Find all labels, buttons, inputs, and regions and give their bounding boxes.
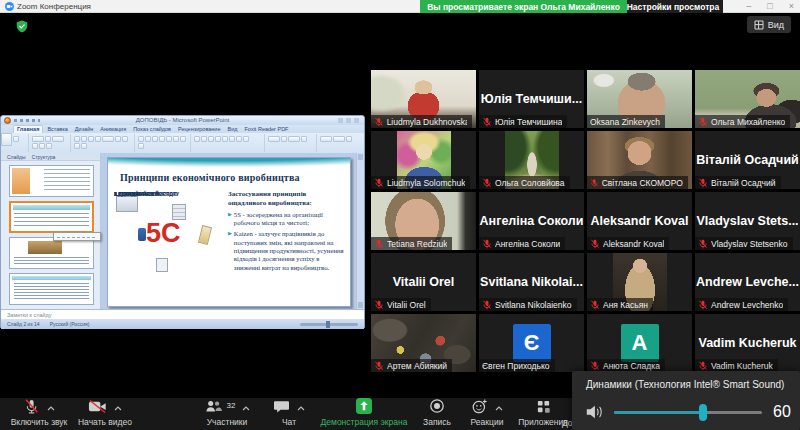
video-button[interactable]: Начать видео — [72, 400, 138, 428]
ribbon-tabs: ГлавнаяВставкаДизайнАнимацияПоказ слайдо… — [1, 125, 364, 133]
video-off-icon — [88, 399, 107, 414]
current-slide: Принципи економічного виробництва 5С 1.С… — [107, 157, 351, 307]
ribbon-tab: Foxit Reader PDF — [241, 126, 291, 133]
participant-tile[interactable]: Ольга Михайленко — [695, 70, 800, 128]
zoom-slider — [300, 323, 358, 326]
participant-name-label: Tetiana Redziuk — [387, 239, 447, 249]
participant-tile[interactable]: Артем Абиякий — [371, 314, 476, 372]
muted-mic-icon — [590, 239, 600, 249]
participant-letter-avatar: Є — [513, 324, 551, 362]
participant-name-tag: Ангеліна Соколи — [479, 237, 565, 250]
muted-mic-icon — [374, 361, 384, 371]
security-shield-icon[interactable] — [15, 19, 29, 34]
chevron-up-icon[interactable] — [47, 406, 55, 411]
chevron-up-icon[interactable] — [297, 406, 305, 411]
participant-tile[interactable]: Aleksandr Koval Aleksandr Koval — [587, 192, 692, 250]
participant-name-label: Анюта Сладка — [603, 361, 660, 371]
window-titlebar: Zoom Конференция Вы просматриваете экран… — [0, 0, 800, 13]
ribbon-tab: Вставка — [44, 126, 70, 133]
participant-tile[interactable]: Vadim Kucheruk Vadim Kucheruk — [695, 314, 800, 372]
chevron-up-icon[interactable] — [495, 406, 503, 411]
notes-placeholder: Заметки к слайду — [1, 309, 364, 319]
share-screen-icon — [356, 398, 372, 414]
panel-tab-slides: Слайды — [7, 154, 26, 160]
participants-count-badge: 32 — [227, 401, 236, 410]
minimize-button[interactable]: – — [746, 0, 751, 13]
participant-tile[interactable]: Vitalii Orel Vitalii Orel — [371, 253, 476, 311]
participant-tile[interactable]: А Анюта Сладка — [587, 314, 692, 372]
participant-tile[interactable]: Tetiana Redziuk — [371, 192, 476, 250]
documents-icon — [156, 258, 168, 272]
grid-view-icon — [754, 20, 764, 30]
participants-button[interactable]: 32 Участники — [192, 400, 262, 428]
factory-icon — [116, 196, 138, 212]
participant-tile[interactable]: Аня Касьян — [587, 253, 692, 311]
participant-name-label: Юлія Темчишина — [495, 117, 562, 127]
participant-tile[interactable]: Є Євген Приходько — [479, 314, 584, 372]
maximize-button[interactable]: □ — [767, 0, 772, 13]
speaker-icon[interactable] — [584, 403, 604, 421]
thumbnail-tooltip — [53, 232, 101, 241]
chat-icon — [273, 399, 290, 414]
participant-tile[interactable]: Ангеліна Соколи Ангеліна Соколи — [479, 192, 584, 250]
slide-thumbnail-selected — [9, 201, 94, 233]
participant-name-label: Світлана СКОМОРОХ... — [602, 178, 683, 188]
participant-name-tag: Liudmyla Dukhnovska — [371, 115, 472, 128]
participant-name-tag: Andrew Levchenko — [695, 298, 788, 311]
muted-mic-icon — [374, 178, 384, 188]
share-button[interactable]: Демонстрация экрана — [314, 400, 414, 428]
reactions-button[interactable]: Реакции — [460, 400, 514, 428]
participant-name-label: Ольга Соловйова — [495, 178, 565, 188]
participant-name-label: Ангеліна Соколи — [495, 239, 560, 249]
powerpoint-window-controls — [338, 118, 360, 123]
participant-tile[interactable]: Oksana Zinkevych — [587, 70, 692, 128]
participant-tile[interactable]: Світлана СКОМОРОХ... — [587, 131, 692, 189]
chevron-up-icon[interactable] — [114, 406, 122, 411]
slide-thumbnail — [9, 237, 94, 269]
record-button[interactable]: Запись — [414, 400, 460, 428]
close-button[interactable]: × — [789, 0, 794, 13]
participant-name-label: Liudmyla Dukhnovska — [387, 117, 467, 127]
shared-screen-view: ДОПОВІДЬ - Microsoft PowerPoint ГлавнаяВ… — [0, 44, 368, 398]
view-settings-button[interactable]: Настройки просмотра — [627, 0, 723, 13]
toolbar-item-label: Включить звук — [11, 417, 68, 427]
slide-editing-area: Принципи економічного виробництва 5С 1.С… — [101, 153, 358, 309]
muted-mic-icon — [698, 361, 708, 371]
participant-tile[interactable]: Vladyslav Stets... Vladyslav Stetsenko — [695, 192, 800, 250]
view-mode-button[interactable]: Вид — [747, 16, 791, 33]
participant-name-label: Svitlana Nikolaienko — [495, 300, 572, 310]
diagram-step-label: 5.ВДОСКОНАЛЮЙ — [114, 192, 159, 198]
slide-bullet: ▶5S - зосереджена на організації робочог… — [228, 211, 346, 228]
status-language: Русский (Россия) — [50, 321, 90, 327]
participant-tile[interactable]: Ольга Соловйова — [479, 131, 584, 189]
participant-tile[interactable]: Liudmyla Solomchuk — [371, 131, 476, 189]
toolbar-item-label: Реакции — [471, 417, 504, 427]
participant-name-tag: Аня Касьян — [587, 298, 653, 311]
slide-thumbnail — [9, 165, 94, 197]
participant-tile[interactable]: Svitlana Nikolai... Svitlana Nikolaienko — [479, 253, 584, 311]
volume-slider[interactable] — [614, 411, 762, 414]
slide-bullet: ▶Kaizen - залучує працівників до поступо… — [228, 230, 346, 272]
powerpoint-titlebar: ДОПОВІДЬ - Microsoft PowerPoint — [1, 116, 364, 125]
ribbon-tab: Дизайн — [72, 126, 97, 133]
participant-tile[interactable]: Andrew Levche... Andrew Levchenko — [695, 253, 800, 311]
participant-name-tag: Tetiana Redziuk — [371, 237, 452, 250]
unmute-button[interactable]: Включить звук — [6, 400, 72, 428]
ribbon-tab: Показ слайдов — [130, 126, 174, 133]
participant-tile[interactable]: Юлія Темчиши... Юлія Темчишина — [479, 70, 584, 128]
participant-tile[interactable]: Liudmyla Dukhnovska — [371, 70, 476, 128]
volume-popup: Динамики (Технология Intel® Smart Sound)… — [572, 371, 800, 430]
chat-button[interactable]: Чат — [266, 400, 312, 428]
participant-name-tag: Oksana Zinkevych — [587, 115, 665, 128]
participant-tile[interactable]: Віталій Осадчий Віталій Осадчий — [695, 131, 800, 189]
muted-mic-icon — [590, 361, 600, 371]
slide-thumbnails-panel: Слайды Структура — [1, 153, 101, 309]
powerpoint-window-title: ДОПОВІДЬ - Microsoft PowerPoint — [1, 116, 364, 125]
muted-mic-icon — [374, 239, 384, 249]
app-title: Zoom Конференция — [17, 2, 91, 11]
shelf-icon — [172, 204, 186, 220]
chevron-up-icon[interactable] — [242, 406, 250, 411]
toolbar-item-label: Чат — [282, 417, 296, 427]
participant-name-label: Vladyslav Stetsenko — [711, 239, 788, 249]
volume-slider-handle[interactable] — [699, 404, 707, 421]
